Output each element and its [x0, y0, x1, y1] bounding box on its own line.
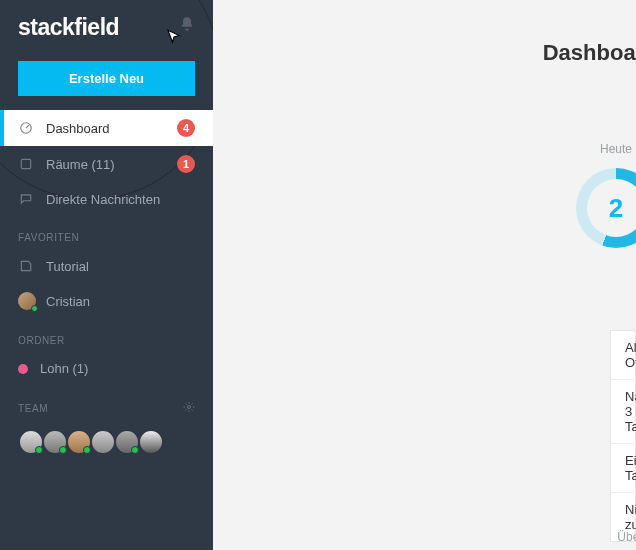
section-folders-label: ORDNER [0, 319, 213, 352]
cursor-icon [165, 28, 183, 50]
sidebar-item-label: Dashboard [46, 121, 110, 136]
folder-item-label: Lohn (1) [40, 361, 88, 376]
create-new-button[interactable]: Erstelle Neu [18, 61, 195, 96]
favorite-item-cristian[interactable]: Cristian [0, 283, 213, 319]
sidebar-item-label: Räume (11) [46, 157, 115, 172]
section-favorites-label: FAVORITEN [0, 216, 213, 249]
bottom-stat-label: Überfäl [617, 530, 636, 544]
page-title: Dashboard v [543, 40, 636, 66]
team-avatar[interactable] [18, 429, 44, 455]
team-avatar[interactable] [42, 429, 68, 455]
sidebar-item-dm[interactable]: Direkte Nachrichten [0, 182, 213, 216]
section-team-label: TEAM [0, 385, 213, 421]
stat-value: 2 [609, 193, 623, 224]
topbar: stackfield [0, 0, 213, 51]
stat-today: Heute 2 [576, 142, 636, 248]
donut-chart-today[interactable]: 2 [576, 168, 636, 248]
sidebar-item-rooms[interactable]: Räume (11) 1 [0, 146, 213, 182]
team-avatar[interactable] [90, 429, 116, 455]
favorite-item-label: Tutorial [46, 259, 89, 274]
main-content: Dashboard v Überfällig 2 Heute 2 Alle Of… [213, 0, 636, 550]
tutorial-icon [18, 258, 34, 274]
filter-item-all-open[interactable]: Alle Offenen [611, 331, 636, 380]
stat-label: Heute [576, 142, 636, 156]
sidebar-item-dashboard[interactable]: Dashboard 4 [0, 110, 213, 146]
svg-rect-1 [21, 159, 30, 168]
team-avatar[interactable] [114, 429, 140, 455]
chat-icon [18, 191, 34, 207]
favorite-item-tutorial[interactable]: Tutorial [0, 249, 213, 283]
folder-item-lohn[interactable]: Lohn (1) [0, 352, 213, 385]
badge: 1 [177, 155, 195, 173]
team-avatar[interactable] [138, 429, 164, 455]
dashboard-icon [18, 120, 34, 136]
sidebar: stackfield Erstelle Neu Dashboard 4 Räum… [0, 0, 213, 550]
rooms-icon [18, 156, 34, 172]
filter-item-someday[interactable]: Eines Tages [611, 444, 636, 493]
gear-icon[interactable] [183, 401, 195, 415]
sidebar-item-label: Direkte Nachrichten [46, 192, 160, 207]
badge: 4 [177, 119, 195, 137]
avatar [18, 292, 36, 310]
favorite-item-label: Cristian [46, 294, 90, 309]
svg-point-2 [188, 406, 191, 409]
filter-item-next-3-days[interactable]: Nächsten 3 Tage [611, 380, 636, 444]
team-avatar[interactable] [66, 429, 92, 455]
folder-color-dot [18, 364, 28, 374]
team-avatars [0, 421, 213, 475]
section-team-text: TEAM [18, 403, 48, 414]
filter-list: Alle Offenen Nächsten 3 Tage Eines Tages… [610, 330, 636, 542]
